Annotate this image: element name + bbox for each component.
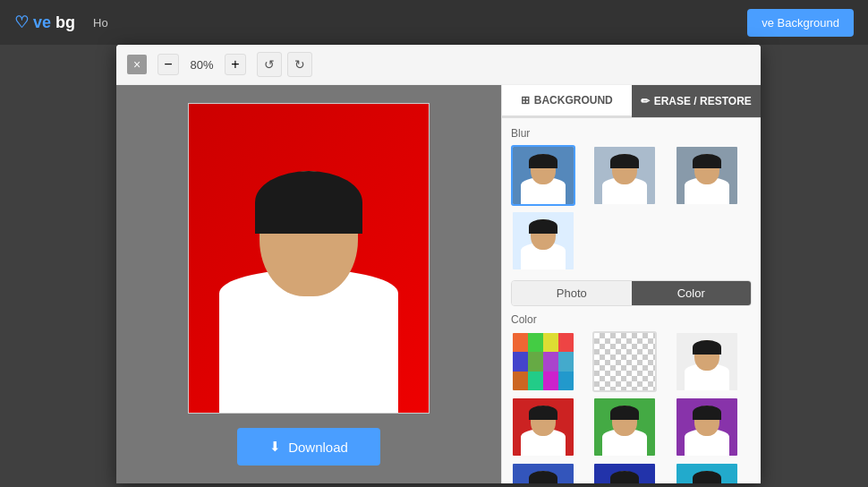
blur-thumbnails (511, 145, 752, 271)
history-controls: ↺ ↻ (257, 52, 312, 77)
blur-thumb-3[interactable] (675, 145, 739, 206)
logo: ♡ ve bg (14, 13, 75, 32)
logo-text: ve (33, 13, 51, 31)
close-button[interactable]: × (127, 55, 147, 74)
undo-button[interactable]: ↺ (257, 52, 282, 77)
nav-link[interactable]: Ho (93, 16, 108, 30)
panel-tabs: ⊞ BACKGROUND ✏ ERASE / RESTORE (502, 85, 761, 118)
photo-toggle-button[interactable]: Photo (512, 281, 632, 305)
color-thumb-cyan[interactable] (675, 462, 739, 483)
blur-thumb-4[interactable] (511, 210, 575, 271)
logo-brand: bg (55, 13, 75, 31)
tab-erase-restore[interactable]: ✏ ERASE / RESTORE (632, 85, 762, 117)
download-icon: ⬇ (269, 439, 281, 455)
person-mini (521, 150, 566, 204)
right-panel: ⊞ BACKGROUND ✏ ERASE / RESTORE Blur (501, 85, 761, 483)
photo-container (188, 103, 430, 414)
color-thumb-dark-blue[interactable] (592, 462, 657, 483)
blur-thumb-1[interactable] (511, 145, 575, 206)
zoom-out-button[interactable]: − (157, 54, 179, 75)
redo-button[interactable]: ↻ (287, 52, 312, 77)
color-thumb-purple[interactable] (675, 397, 739, 457)
photo-color-toggle: Photo Color (511, 280, 752, 306)
modal: × − 80% + ↺ ↻ (116, 45, 761, 483)
zoom-value: 80% (186, 58, 217, 72)
layers-icon: ⊞ (521, 94, 530, 107)
color-thumb-white[interactable] (675, 331, 739, 392)
color-thumb-green[interactable] (592, 397, 657, 457)
photo-placeholder (189, 104, 429, 413)
color-thumb-red[interactable] (511, 397, 575, 457)
color-label: Color (511, 313, 752, 326)
transparent-swatch[interactable] (592, 331, 657, 392)
eraser-icon: ✏ (641, 95, 650, 107)
blur-thumb-2[interactable] (592, 145, 657, 206)
person-silhouette (219, 108, 398, 413)
redo-icon: ↻ (294, 57, 305, 72)
zoom-in-button[interactable]: + (225, 54, 246, 75)
color-toggle-button[interactable]: Color (632, 281, 752, 305)
face-thumb-blue (513, 147, 574, 204)
blur-label: Blur (511, 127, 752, 140)
canvas-area: ⬇ Download (116, 85, 501, 483)
logo-icon: ♡ (14, 13, 29, 31)
color-palette-swatch[interactable] (511, 331, 575, 392)
head (260, 171, 358, 296)
download-button[interactable]: ⬇ Download (237, 428, 380, 466)
download-label: Download (288, 440, 348, 455)
plus-icon: + (231, 56, 239, 73)
modal-header: × − 80% + ↺ ↻ (116, 45, 761, 85)
tab-background[interactable]: ⊞ BACKGROUND (502, 85, 632, 117)
undo-icon: ↺ (264, 57, 275, 72)
save-background-button[interactable]: ve Background (747, 9, 854, 37)
color-thumbnails (511, 331, 752, 483)
hair (255, 171, 362, 234)
top-bar: ♡ ve bg Ho ve Background (0, 0, 868, 45)
minus-icon: − (164, 56, 172, 73)
download-area: ⬇ Download (237, 428, 380, 466)
panel-content: Blur (502, 118, 761, 483)
color-thumb-blue[interactable] (511, 462, 575, 483)
modal-body: ⬇ Download ⊞ BACKGROUND ✏ ERASE / RESTOR… (116, 85, 761, 483)
zoom-controls: − 80% + (157, 54, 246, 75)
